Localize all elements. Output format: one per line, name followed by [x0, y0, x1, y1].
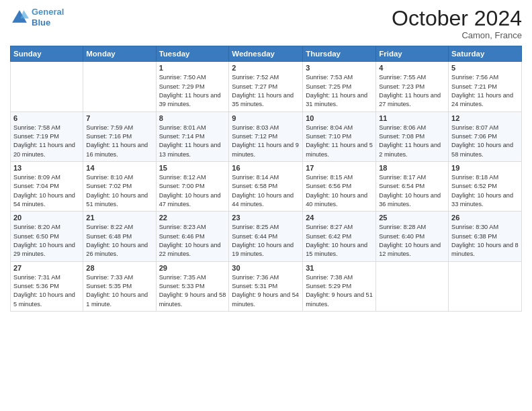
weekday-header-thursday: Thursday [303, 46, 376, 62]
day-number: 12 [451, 114, 519, 122]
day-number: 15 [159, 164, 226, 172]
week-row-3: 13Sunrise: 8:09 AMSunset: 7:04 PMDayligh… [11, 161, 522, 211]
weekday-header-friday: Friday [376, 46, 449, 62]
day-info: Sunrise: 8:12 AMSunset: 7:00 PMDaylight:… [159, 173, 226, 209]
calendar-cell: 13Sunrise: 8:09 AMSunset: 7:04 PMDayligh… [11, 161, 83, 211]
calendar-cell: 28Sunrise: 7:33 AMSunset: 5:35 PMDayligh… [83, 261, 156, 311]
calendar-cell [449, 261, 522, 311]
day-number: 4 [379, 64, 445, 72]
logo-general: General [32, 7, 64, 17]
day-number: 27 [13, 264, 80, 272]
day-info: Sunrise: 7:38 AMSunset: 5:29 PMDaylight:… [306, 273, 373, 309]
calendar-cell: 9Sunrise: 8:03 AMSunset: 7:12 PMDaylight… [229, 111, 303, 161]
calendar-cell: 8Sunrise: 8:01 AMSunset: 7:14 PMDaylight… [156, 111, 229, 161]
calendar-cell: 22Sunrise: 8:23 AMSunset: 6:46 PMDayligh… [156, 212, 229, 261]
calendar-cell: 25Sunrise: 8:28 AMSunset: 6:40 PMDayligh… [376, 212, 449, 261]
day-info: Sunrise: 8:22 AMSunset: 6:48 PMDaylight:… [86, 223, 152, 259]
day-number: 6 [13, 114, 80, 122]
weekday-header-monday: Monday [83, 46, 156, 62]
day-number: 18 [379, 164, 445, 172]
day-info: Sunrise: 7:58 AMSunset: 7:19 PMDaylight:… [13, 124, 80, 159]
calendar-cell: 18Sunrise: 8:17 AMSunset: 6:54 PMDayligh… [376, 161, 449, 211]
calendar-cell: 7Sunrise: 7:59 AMSunset: 7:16 PMDaylight… [83, 111, 156, 161]
day-info: Sunrise: 8:25 AMSunset: 6:44 PMDaylight:… [232, 223, 300, 259]
weekday-header-wednesday: Wednesday [229, 46, 303, 62]
day-number: 31 [306, 264, 373, 272]
week-row-5: 27Sunrise: 7:31 AMSunset: 5:36 PMDayligh… [11, 261, 522, 311]
day-info: Sunrise: 8:30 AMSunset: 6:38 PMDaylight:… [451, 223, 519, 259]
day-info: Sunrise: 7:56 AMSunset: 7:21 PMDaylight:… [451, 73, 519, 109]
day-info: Sunrise: 7:35 AMSunset: 5:33 PMDaylight:… [159, 273, 226, 309]
day-number: 10 [306, 114, 373, 122]
calendar-cell: 1Sunrise: 7:50 AMSunset: 7:29 PMDaylight… [156, 62, 229, 111]
logo-blue: Blue [32, 17, 50, 28]
day-info: Sunrise: 8:01 AMSunset: 7:14 PMDaylight:… [159, 124, 226, 159]
day-info: Sunrise: 8:06 AMSunset: 7:08 PMDaylight:… [379, 124, 445, 159]
day-info: Sunrise: 8:04 AMSunset: 7:10 PMDaylight:… [306, 124, 373, 159]
logo-icon [10, 8, 29, 27]
calendar-cell: 6Sunrise: 7:58 AMSunset: 7:19 PMDaylight… [11, 111, 83, 161]
calendar-table: SundayMondayTuesdayWednesdayThursdayFrid… [10, 46, 522, 312]
calendar-cell: 10Sunrise: 8:04 AMSunset: 7:10 PMDayligh… [303, 111, 376, 161]
calendar-cell: 11Sunrise: 8:06 AMSunset: 7:08 PMDayligh… [376, 111, 449, 161]
day-number: 16 [232, 164, 300, 172]
day-info: Sunrise: 8:07 AMSunset: 7:06 PMDaylight:… [451, 124, 519, 159]
calendar-cell [83, 62, 156, 111]
weekday-header-row: SundayMondayTuesdayWednesdayThursdayFrid… [11, 46, 522, 62]
calendar-cell: 12Sunrise: 8:07 AMSunset: 7:06 PMDayligh… [449, 111, 522, 161]
calendar-cell: 4Sunrise: 7:55 AMSunset: 7:23 PMDaylight… [376, 62, 449, 111]
day-info: Sunrise: 8:18 AMSunset: 6:52 PMDaylight:… [451, 173, 519, 209]
calendar-cell: 14Sunrise: 8:10 AMSunset: 7:02 PMDayligh… [83, 161, 156, 211]
calendar-cell: 16Sunrise: 8:14 AMSunset: 6:58 PMDayligh… [229, 161, 303, 211]
day-number: 5 [451, 64, 519, 72]
day-info: Sunrise: 7:33 AMSunset: 5:35 PMDaylight:… [86, 273, 152, 309]
calendar-cell: 3Sunrise: 7:53 AMSunset: 7:25 PMDaylight… [303, 62, 376, 111]
weekday-header-saturday: Saturday [449, 46, 522, 62]
month-title: October 2024 [392, 7, 522, 30]
day-info: Sunrise: 8:23 AMSunset: 6:46 PMDaylight:… [159, 223, 226, 259]
day-number: 30 [232, 264, 300, 272]
calendar-cell: 27Sunrise: 7:31 AMSunset: 5:36 PMDayligh… [11, 261, 83, 311]
weekday-header-sunday: Sunday [11, 46, 83, 62]
day-info: Sunrise: 8:14 AMSunset: 6:58 PMDaylight:… [232, 173, 300, 209]
calendar-cell: 19Sunrise: 8:18 AMSunset: 6:52 PMDayligh… [449, 161, 522, 211]
calendar-cell: 15Sunrise: 8:12 AMSunset: 7:00 PMDayligh… [156, 161, 229, 211]
week-row-2: 6Sunrise: 7:58 AMSunset: 7:19 PMDaylight… [11, 111, 522, 161]
day-number: 1 [159, 64, 226, 72]
day-number: 13 [13, 164, 80, 172]
header: General Blue October 2024 Camon, France [10, 7, 522, 40]
calendar-cell: 30Sunrise: 7:36 AMSunset: 5:31 PMDayligh… [229, 261, 303, 311]
day-number: 24 [306, 214, 373, 222]
day-number: 14 [86, 164, 152, 172]
calendar-cell: 31Sunrise: 7:38 AMSunset: 5:29 PMDayligh… [303, 261, 376, 311]
day-number: 21 [86, 214, 152, 222]
day-info: Sunrise: 7:31 AMSunset: 5:36 PMDaylight:… [13, 273, 80, 309]
day-number: 11 [379, 114, 445, 122]
calendar-cell: 29Sunrise: 7:35 AMSunset: 5:33 PMDayligh… [156, 261, 229, 311]
day-info: Sunrise: 8:03 AMSunset: 7:12 PMDaylight:… [232, 124, 300, 159]
day-number: 19 [451, 164, 519, 172]
day-info: Sunrise: 7:36 AMSunset: 5:31 PMDaylight:… [232, 273, 300, 309]
day-number: 2 [232, 64, 300, 72]
day-number: 7 [86, 114, 152, 122]
day-info: Sunrise: 7:55 AMSunset: 7:23 PMDaylight:… [379, 73, 445, 109]
day-number: 9 [232, 114, 300, 122]
day-info: Sunrise: 8:17 AMSunset: 6:54 PMDaylight:… [379, 173, 445, 209]
calendar-cell [376, 261, 449, 311]
calendar-cell: 2Sunrise: 7:52 AMSunset: 7:27 PMDaylight… [229, 62, 303, 111]
calendar-cell [11, 62, 83, 111]
day-number: 8 [159, 114, 226, 122]
day-info: Sunrise: 8:09 AMSunset: 7:04 PMDaylight:… [13, 173, 80, 209]
day-info: Sunrise: 7:50 AMSunset: 7:29 PMDaylight:… [159, 73, 226, 109]
calendar-cell: 20Sunrise: 8:20 AMSunset: 6:50 PMDayligh… [11, 212, 83, 261]
day-number: 20 [13, 214, 80, 222]
logo-text: General Blue [32, 7, 64, 28]
logo: General Blue [10, 7, 64, 28]
day-number: 26 [451, 214, 519, 222]
calendar-cell: 17Sunrise: 8:15 AMSunset: 6:56 PMDayligh… [303, 161, 376, 211]
day-info: Sunrise: 8:10 AMSunset: 7:02 PMDaylight:… [86, 173, 152, 209]
day-number: 23 [232, 214, 300, 222]
calendar-cell: 5Sunrise: 7:56 AMSunset: 7:21 PMDaylight… [449, 62, 522, 111]
day-info: Sunrise: 8:15 AMSunset: 6:56 PMDaylight:… [306, 173, 373, 209]
day-info: Sunrise: 7:53 AMSunset: 7:25 PMDaylight:… [306, 73, 373, 109]
